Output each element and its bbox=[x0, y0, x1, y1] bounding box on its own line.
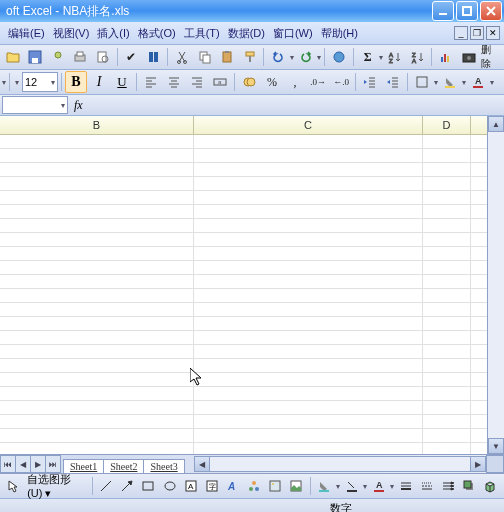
column-header-c[interactable]: C bbox=[194, 116, 423, 134]
currency-button[interactable] bbox=[238, 71, 260, 93]
menu-help[interactable]: 帮助(H) bbox=[317, 24, 362, 43]
insert-picture-button[interactable] bbox=[287, 475, 306, 497]
textbox-button[interactable]: A bbox=[181, 475, 200, 497]
tab-nav-prev-button[interactable]: ◀ bbox=[16, 455, 31, 473]
3d-button[interactable] bbox=[481, 475, 500, 497]
sort-desc-button[interactable]: ZA bbox=[407, 46, 429, 68]
print-preview-button[interactable] bbox=[92, 46, 114, 68]
open-button[interactable] bbox=[2, 46, 24, 68]
horizontal-scrollbar[interactable]: ◀ ▶ bbox=[194, 456, 486, 472]
column-header-b[interactable]: B bbox=[0, 116, 194, 134]
close-button[interactable] bbox=[480, 1, 502, 21]
permission-button[interactable] bbox=[47, 46, 69, 68]
name-box[interactable]: ▾ bbox=[2, 96, 68, 114]
diagram-button[interactable] bbox=[245, 475, 264, 497]
oval-button[interactable] bbox=[160, 475, 179, 497]
mdi-minimize-button[interactable]: _ bbox=[454, 26, 468, 40]
font-color-button[interactable]: A bbox=[467, 71, 489, 93]
sort-asc-button[interactable]: AZ bbox=[384, 46, 406, 68]
svg-point-31 bbox=[247, 78, 255, 86]
minimize-button[interactable] bbox=[432, 1, 454, 21]
research-button[interactable] bbox=[143, 46, 165, 68]
underline-button[interactable]: U bbox=[111, 71, 133, 93]
bold-button[interactable]: B bbox=[65, 71, 87, 93]
sheet-tab-1[interactable]: Sheet1 bbox=[63, 459, 104, 473]
scroll-left-button[interactable]: ◀ bbox=[194, 456, 210, 472]
scroll-down-button[interactable]: ▼ bbox=[488, 438, 504, 454]
arrow-style-button[interactable] bbox=[439, 475, 458, 497]
percent-button[interactable]: % bbox=[261, 71, 283, 93]
borders-button[interactable] bbox=[411, 71, 433, 93]
font-size-combo[interactable]: 12▾ bbox=[22, 72, 58, 92]
rectangle-button[interactable] bbox=[139, 475, 158, 497]
italic-button[interactable]: I bbox=[88, 71, 110, 93]
hyperlink-button[interactable] bbox=[328, 46, 350, 68]
decrease-indent-button[interactable] bbox=[359, 71, 381, 93]
fill-color-button[interactable] bbox=[439, 71, 461, 93]
comma-button[interactable]: , bbox=[284, 71, 306, 93]
sheet-tab-2[interactable]: Sheet2 bbox=[103, 459, 144, 473]
scroll-right-button[interactable]: ▶ bbox=[470, 456, 486, 472]
svg-rect-23 bbox=[441, 57, 443, 62]
maximize-button[interactable] bbox=[456, 1, 478, 21]
mdi-close-button[interactable]: ✕ bbox=[486, 26, 500, 40]
menu-window[interactable]: 窗口(W) bbox=[269, 24, 317, 43]
align-right-button[interactable] bbox=[186, 71, 208, 93]
tab-nav-last-button[interactable]: ⏭ bbox=[46, 455, 61, 473]
copy-button[interactable] bbox=[194, 46, 216, 68]
wordart-button[interactable]: A bbox=[223, 475, 242, 497]
line-style-button[interactable] bbox=[396, 475, 415, 497]
redo-button[interactable] bbox=[295, 46, 317, 68]
arrow-button[interactable] bbox=[118, 475, 137, 497]
fx-button[interactable]: fx bbox=[74, 98, 83, 113]
increase-decimal-button[interactable]: .0→ bbox=[307, 71, 329, 93]
save-button[interactable] bbox=[25, 46, 47, 68]
column-header-d[interactable]: D bbox=[423, 116, 471, 134]
undo-button[interactable] bbox=[267, 46, 289, 68]
menu-insert[interactable]: 插入(I) bbox=[93, 24, 133, 43]
clipart-button[interactable] bbox=[266, 475, 285, 497]
align-left-button[interactable] bbox=[140, 71, 162, 93]
svg-text:A: A bbox=[412, 58, 416, 64]
mdi-restore-button[interactable]: ❐ bbox=[470, 26, 484, 40]
menu-view[interactable]: 视图(V) bbox=[49, 24, 94, 43]
svg-text:A: A bbox=[376, 480, 383, 490]
camera-icon[interactable] bbox=[458, 46, 480, 68]
shadow-button[interactable] bbox=[460, 475, 479, 497]
delete-button[interactable]: 删除 bbox=[480, 46, 502, 68]
sheet-tab-3[interactable]: Sheet3 bbox=[143, 459, 184, 473]
scroll-up-button[interactable]: ▲ bbox=[488, 116, 504, 132]
formula-bar[interactable] bbox=[83, 96, 504, 114]
svg-rect-17 bbox=[249, 56, 251, 62]
svg-rect-32 bbox=[417, 77, 427, 87]
increase-indent-button[interactable] bbox=[382, 71, 404, 93]
spell-check-button[interactable]: ✔ bbox=[120, 46, 142, 68]
tab-nav-next-button[interactable]: ▶ bbox=[31, 455, 46, 473]
menu-edit[interactable]: 编辑(E) bbox=[4, 24, 49, 43]
merge-center-button[interactable]: a bbox=[209, 71, 231, 93]
paste-button[interactable] bbox=[216, 46, 238, 68]
autoshapes-menu[interactable]: 自选图形(U) ▾ bbox=[25, 472, 88, 500]
font-color-draw-button[interactable]: A bbox=[369, 475, 388, 497]
svg-rect-13 bbox=[203, 55, 210, 63]
tab-nav-first-button[interactable]: ⏮ bbox=[0, 455, 16, 473]
format-painter-button[interactable] bbox=[239, 46, 261, 68]
menu-tools[interactable]: 工具(T) bbox=[180, 24, 224, 43]
print-button[interactable] bbox=[70, 46, 92, 68]
line-button[interactable] bbox=[97, 475, 116, 497]
cut-button[interactable] bbox=[171, 46, 193, 68]
vertical-textbox-button[interactable]: 字 bbox=[202, 475, 221, 497]
dash-style-button[interactable] bbox=[417, 475, 436, 497]
align-center-button[interactable] bbox=[163, 71, 185, 93]
autosum-button[interactable]: Σ bbox=[357, 46, 379, 68]
decrease-decimal-button[interactable]: ←.0 bbox=[330, 71, 352, 93]
vertical-scrollbar[interactable]: ▲ ▼ bbox=[487, 116, 504, 454]
chart-wizard-button[interactable] bbox=[435, 46, 457, 68]
menu-data[interactable]: 数据(D) bbox=[224, 24, 269, 43]
menu-format[interactable]: 格式(O) bbox=[134, 24, 180, 43]
cell-grid[interactable] bbox=[0, 135, 487, 454]
select-objects-button[interactable] bbox=[4, 475, 23, 497]
fill-color-draw-button[interactable] bbox=[315, 475, 334, 497]
line-color-button[interactable] bbox=[342, 475, 361, 497]
svg-rect-9 bbox=[154, 52, 158, 62]
